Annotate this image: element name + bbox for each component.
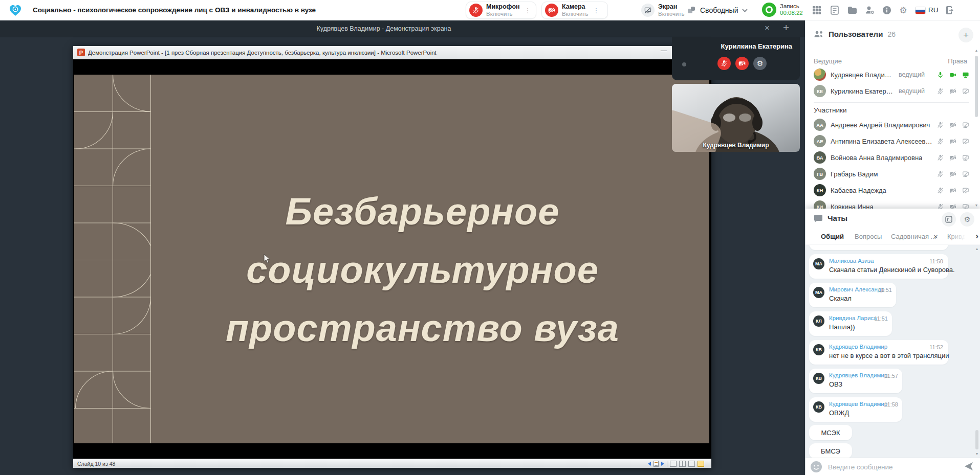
tab-questions[interactable]: Вопросы [855,233,882,240]
user-row-participant[interactable]: АЕ Антипина Елизавета Алексеевна [814,134,969,148]
screen-off-icon[interactable] [962,187,969,194]
mic-action: Включить [486,11,520,17]
emoji-icon[interactable] [810,461,822,473]
user-row-participant[interactable]: ГВ Грабарь Вадим [814,167,969,181]
camera-off-icon[interactable] [949,88,956,95]
add-user-button[interactable]: + [959,28,973,42]
screen-on-icon[interactable] [962,72,969,78]
scroll-up-icon[interactable]: ▲ [974,49,978,52]
mic-off-icon[interactable] [937,187,944,194]
close-share-icon[interactable]: × [765,23,770,33]
settings-gears-icon[interactable]: ⚙ [897,4,910,16]
camera-off-icon[interactable] [949,203,956,209]
language-label[interactable]: RU [928,6,939,14]
chat-panel-title: Чаты [827,214,847,222]
users-scrollbar[interactable]: ▲ ▼ [974,49,978,207]
slide-sorter-view-icon[interactable] [679,461,686,467]
message-input[interactable] [827,460,950,473]
mic-off-icon[interactable] [937,203,944,209]
scrollbar-thumb[interactable] [975,56,978,117]
user-row-leader-2[interactable]: КЕ Курилкина Екатерина... ведущий [814,84,969,98]
camera-off-icon[interactable] [949,122,956,128]
slideshow-view-icon[interactable] [698,461,704,467]
files-folder-icon[interactable] [845,4,859,16]
avatar: КВ [813,401,824,413]
recording-indicator[interactable]: Запись 00:08:22 [762,3,803,17]
message-author: Кудрявцев Владимир [829,344,887,350]
mic-off-icon[interactable] [937,171,944,177]
camera-off-icon[interactable] [949,138,956,145]
scroll-down-icon[interactable]: ▼ [975,452,979,456]
screen-off-icon[interactable] [962,171,969,177]
screen-off-icon[interactable] [962,88,969,95]
camera-menu-kebab[interactable]: ⋮ [592,7,601,14]
mic-off-icon[interactable] [937,154,944,161]
minimize-icon[interactable]: — [661,47,667,54]
previous-slide-icon[interactable] [648,462,651,466]
leave-meeting-icon[interactable] [944,4,957,16]
mode-selector[interactable]: Свободный [687,3,748,17]
send-icon[interactable] [963,461,974,472]
message-bubble-partial [809,245,948,250]
mic-off-icon[interactable] [937,88,944,95]
normal-view-icon[interactable] [670,461,677,467]
camera-off-icon[interactable] [949,154,956,161]
scroll-up-icon[interactable]: ▲ [975,247,979,251]
screen-off-icon[interactable] [641,4,655,17]
mic-off-icon[interactable] [937,138,944,145]
camera-off-icon[interactable] [949,171,956,177]
add-view-icon[interactable]: + [783,21,789,34]
chat-settings-button[interactable]: ⚙ [960,212,974,227]
scrollbar-thumb[interactable] [975,430,978,449]
camera-off-icon[interactable] [949,187,956,194]
camera-label: Камера [562,4,589,10]
camera-control[interactable]: Камера Включить ⋮ [541,2,608,19]
mic-off-icon[interactable] [469,4,483,17]
mic-control[interactable]: Микрофон Включить ⋮ [466,2,536,19]
tab-general[interactable]: Общий [821,233,844,240]
message-text: МСЭК [809,429,852,437]
camera-off-icon[interactable] [545,4,558,17]
notes-icon[interactable] [828,4,841,16]
app-logo-icon [8,3,23,17]
screen-share-control[interactable]: Экран Включить [638,2,687,19]
user-row-participant[interactable]: КИ Ковкина Инна [814,199,969,209]
next-slide-icon[interactable] [661,462,664,466]
message-time: 11:51 [878,287,892,293]
screen-off-icon[interactable] [962,203,969,209]
user-row-leader-1[interactable]: Кудрявцев Владимир ... ведущий [814,67,969,82]
user-row-participant[interactable]: ВА Войнова Анна Владимировна [814,150,969,165]
user-row-participant[interactable]: АА Андреев Андрей Владимирович [814,118,969,132]
scroll-down-icon[interactable]: ▼ [974,203,978,207]
screen-off-icon[interactable] [962,138,969,145]
screen-off-icon[interactable] [962,122,969,128]
tile-camera-off-button[interactable] [735,57,749,70]
annotate-pen-icon[interactable] [654,461,659,467]
layout-grid-icon[interactable] [810,4,823,16]
avatar: МА [813,258,824,269]
popout-chat-button[interactable] [942,212,956,227]
invite-user-icon[interactable] [863,4,876,16]
camera-video-frame[interactable]: Кудрявцев Владимир [672,84,800,152]
language-flag-icon[interactable] [915,7,926,14]
message-bubble: МА Мирович Александр 11:51 Скачал [809,283,896,307]
user-row-participant[interactable]: КН Кабаева Надежда [814,183,969,197]
tile-settings-button[interactable]: ⚙ [753,57,767,70]
mic-menu-kebab[interactable]: ⋮ [524,7,532,14]
tab-sadovnichaya[interactable]: Садовничая ... [891,233,936,240]
user-name: Кабаева Надежда [831,187,886,194]
tile-mic-off-button[interactable] [717,57,731,70]
message-bubble: КЛ Кривдина Лариса 11:51 Нашла)) [809,311,892,336]
camera-on-icon[interactable] [949,72,956,78]
close-tab-icon[interactable]: × [933,232,938,241]
chat-scrollbar[interactable]: ▲ ▼ [975,247,979,456]
slide-line-1: Безбарьерное [286,191,560,232]
mic-off-icon[interactable] [937,122,944,128]
info-icon[interactable] [880,4,894,16]
reading-view-icon[interactable] [688,461,695,467]
mic-on-icon[interactable] [937,72,944,78]
more-tabs-icon[interactable]: › [975,231,978,241]
message-bubble: КВ Кудрявцев Владимир 11:58 ОВЖД [809,397,902,422]
slide: Безбарьерное социокультурное пространств… [74,75,709,443]
screen-off-icon[interactable] [962,154,969,161]
